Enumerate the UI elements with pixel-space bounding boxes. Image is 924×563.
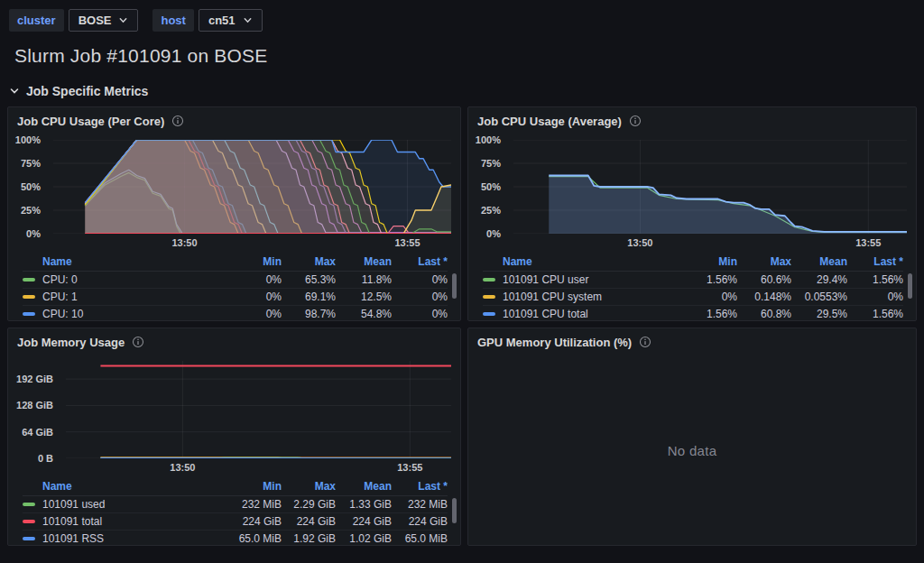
legend-value: 98.7% — [282, 308, 336, 320]
legend-column-header[interactable]: Mean — [336, 255, 392, 268]
info-icon[interactable] — [171, 115, 184, 127]
legend-row[interactable]: 101091 used232 MiB2.29 GiB1.33 GiB232 Mi… — [23, 496, 448, 513]
section-job-specific-metrics[interactable]: Job Specific Metrics — [9, 84, 148, 98]
y-axis-tick-label: 0% — [26, 228, 41, 239]
legend-column-header[interactable]: Name — [483, 255, 681, 268]
legend-row[interactable]: CPU: 100%98.7%54.8%0% — [23, 306, 448, 320]
legend-column-header[interactable]: Max — [282, 255, 336, 268]
legend-column-header[interactable]: Min — [681, 255, 737, 268]
legend-header-row: NameMinMaxMeanLast * — [23, 476, 448, 496]
legend-series-name-cell[interactable]: 101091 used — [23, 498, 226, 511]
x-axis-tick-label: 13:55 — [397, 462, 422, 473]
legend-row[interactable]: 101091 total224 GiB224 GiB224 GiB224 GiB — [23, 513, 448, 531]
legend-column-header[interactable]: Mean — [791, 255, 847, 268]
grafana-dashboard: cluster BOSE host cn51 Slurm Job #101091… — [0, 0, 924, 546]
panel-cpu-per-core: Job CPU Usage (Per Core) 0%25%50%75%100%… — [7, 106, 461, 321]
series-name: 101091 CPU user — [503, 273, 588, 286]
legend-series-name-cell[interactable]: 101091 CPU user — [483, 273, 681, 286]
y-axis-tick-label: 25% — [21, 205, 41, 216]
legend-column-header[interactable]: Last * — [392, 255, 448, 268]
legend-series-name-cell[interactable]: 101091 total — [23, 515, 226, 528]
panel-title-gpu-memory[interactable]: GPU Memory Utilization (%) — [477, 336, 632, 349]
legend-row[interactable]: 101091 CPU user1.56%60.6%29.4%1.56% — [483, 272, 903, 289]
memory-usage-legend: NameMinMaxMeanLast *101091 used232 MiB2.… — [8, 476, 460, 545]
y-axis-tick-label: 50% — [481, 181, 501, 192]
plot-area[interactable] — [513, 140, 907, 234]
series-name: CPU: 0 — [42, 273, 78, 286]
info-icon[interactable] — [639, 336, 651, 348]
legend-value: 69.1% — [282, 291, 336, 303]
panel-title-cpu-per-core[interactable]: Job CPU Usage (Per Core) — [17, 115, 164, 128]
y-axis-tick-label: 100% — [476, 134, 501, 145]
panel-header-cpu-per-core: Job CPU Usage (Per Core) — [8, 107, 460, 134]
legend-value: 0% — [392, 273, 448, 286]
x-axis-labels: 13:5013:55 — [53, 237, 451, 250]
legend-row[interactable]: 101091 RSS65.0 MiB1.92 GiB1.02 GiB65.0 M… — [23, 531, 448, 545]
legend-scrollbar-thumb[interactable] — [908, 273, 912, 299]
legend-series-name-cell[interactable]: 101091 RSS — [23, 532, 226, 545]
legend-series-name-cell[interactable]: CPU: 0 — [23, 273, 226, 286]
variable-cluster-select[interactable]: BOSE — [69, 9, 139, 32]
series-color-swatch — [23, 295, 35, 299]
legend-column-header[interactable]: Last * — [847, 255, 903, 268]
legend-column-header[interactable]: Max — [737, 255, 791, 268]
series-color-swatch — [483, 312, 495, 316]
legend-row[interactable]: 101091 CPU system0%0.148%0.0553%0% — [483, 289, 903, 306]
cpu-average-legend: NameMinMaxMeanLast *101091 CPU user1.56%… — [468, 252, 916, 320]
legend-value: 0.148% — [737, 291, 791, 303]
legend-value: 12.5% — [336, 291, 392, 303]
panel-header-cpu-average: Job CPU Usage (Average) — [468, 107, 916, 134]
cpu-per-core-chart[interactable]: 0%25%50%75%100%13:5013:55 — [14, 134, 455, 252]
cpu-per-core-legend: NameMinMaxMeanLast *CPU: 00%65.3%11.8%0%… — [8, 252, 460, 320]
panel-gpu-memory: GPU Memory Utilization (%) No data — [467, 328, 917, 546]
panel-cpu-average: Job CPU Usage (Average) 0%25%50%75%100%1… — [467, 106, 917, 321]
legend-series-name-cell[interactable]: CPU: 10 — [23, 308, 226, 320]
legend-value: 224 GiB — [336, 515, 392, 528]
legend-series-name-cell[interactable]: 101091 CPU total — [483, 308, 681, 320]
plot-area[interactable] — [53, 140, 451, 234]
legend-column-header[interactable]: Name — [23, 255, 226, 268]
y-axis-tick-label: 75% — [481, 158, 501, 169]
legend-row[interactable]: 101091 CPU total1.56%60.8%29.5%1.56% — [483, 306, 903, 320]
variable-cluster-label: cluster — [9, 9, 64, 32]
y-axis-labels: 0 B64 GiB128 GiB192 GiB — [14, 361, 59, 458]
y-axis-labels: 0%25%50%75%100% — [14, 140, 46, 234]
legend-scrollbar-thumb[interactable] — [452, 498, 457, 523]
legend-value: 0.0553% — [791, 291, 847, 303]
variable-host: host cn51 — [152, 9, 262, 32]
series-name: 101091 CPU total — [503, 308, 588, 320]
x-axis-tick-label: 13:50 — [170, 462, 195, 473]
legend-value: 60.8% — [737, 308, 791, 320]
y-axis-tick-label: 192 GiB — [16, 374, 53, 384]
variable-host-select[interactable]: cn51 — [199, 9, 263, 32]
info-icon[interactable] — [629, 115, 642, 127]
legend-column-header[interactable]: Min — [226, 480, 282, 493]
legend-column-header[interactable]: Mean — [336, 480, 392, 493]
legend-column-header[interactable]: Last * — [392, 480, 448, 493]
legend-column-header[interactable]: Max — [282, 480, 336, 493]
variable-cluster: cluster BOSE — [9, 9, 138, 32]
legend-column-header[interactable]: Min — [226, 255, 282, 268]
legend-series-name-cell[interactable]: 101091 CPU system — [483, 291, 681, 303]
legend-column-header[interactable]: Name — [23, 480, 226, 493]
chevron-down-icon — [243, 15, 253, 25]
cpu-average-chart[interactable]: 0%25%50%75%100%13:5013:55 — [474, 134, 910, 252]
plot-area[interactable] — [66, 361, 451, 458]
series-fill-cpu-total — [549, 176, 907, 234]
panel-title-memory-usage[interactable]: Job Memory Usage — [17, 336, 125, 349]
x-axis-labels: 13:5013:55 — [513, 237, 907, 250]
legend-scrollbar-thumb[interactable] — [452, 273, 457, 299]
legend-row[interactable]: CPU: 00%65.3%11.8%0% — [23, 272, 448, 289]
series-color-swatch — [483, 278, 495, 282]
panel-header-gpu-memory: GPU Memory Utilization (%) — [468, 328, 916, 355]
legend-value: 29.5% — [791, 308, 847, 320]
variable-host-label: host — [152, 9, 193, 32]
series-color-swatch — [483, 295, 495, 299]
legend-value: 65.0 MiB — [392, 532, 448, 545]
legend-row[interactable]: CPU: 10%69.1%12.5%0% — [23, 289, 448, 306]
legend-series-name-cell[interactable]: CPU: 1 — [23, 291, 226, 303]
series-fill-core-blue-long — [85, 140, 451, 234]
info-icon[interactable] — [132, 336, 144, 348]
memory-usage-chart[interactable]: 0 B64 GiB128 GiB192 GiB13:5013:55 — [14, 355, 455, 476]
panel-title-cpu-average[interactable]: Job CPU Usage (Average) — [477, 115, 622, 128]
